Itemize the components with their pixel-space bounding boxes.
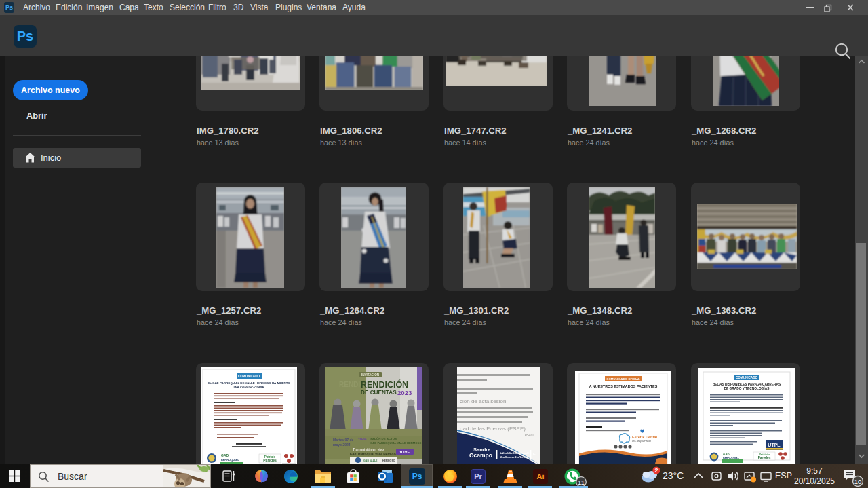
svg-text:COMUNICADO OFICIAL: COMUNICADO OFICIAL	[606, 377, 640, 381]
svg-text:Martes 07 de: Martes 07 de	[333, 438, 354, 442]
svg-text:GAD PARROQUIAL VALLE HERMOSO: GAD PARROQUIAL VALLE HERMOSO	[370, 441, 422, 445]
svg-text:UNA CONVOCATORIA.: UNA CONVOCATORIA.	[233, 386, 264, 389]
svg-text:10: 10	[854, 478, 862, 485]
svg-text:PARROQUIAL: PARROQUIAL	[723, 457, 740, 459]
svg-text:RENDICIÓN: RENDICIÓN	[361, 379, 408, 390]
svg-text:#LaConcordiaRenace: #LaConcordiaRenace	[500, 455, 529, 459]
svg-text:19h00: 19h00	[358, 438, 367, 441]
svg-text:SALÓN DE ACTOS: SALÓN DE ACTOS	[370, 437, 397, 440]
svg-text:#Sesi: #Sesi	[525, 433, 534, 437]
svg-text:#AlcaldíaCiudadanaC: #AlcaldíaCiudadanaC	[500, 451, 529, 455]
svg-text:E: E	[533, 452, 536, 456]
svg-text:EL GAD PARROQUIAL DE VALLE HER: EL GAD PARROQUIAL DE VALLE HERMOSO HA AB…	[208, 381, 290, 385]
svg-text:mayo 2024: mayo 2024	[333, 443, 351, 447]
svg-text:ción de acta sesión: ción de acta sesión	[460, 398, 507, 405]
svg-text:Gad. Parroquial Valle Hermoso: Gad. Parroquial Valle Hermoso	[350, 453, 397, 456]
svg-text:Estetik Dental: Estetik Dental	[632, 435, 657, 439]
svg-text:HERMOSO: HERMOSO	[382, 459, 395, 462]
svg-text:A NUESTROS ESTIMADOS PACIENTES: A NUESTROS ESTIMADOS PACIENTES	[589, 384, 658, 388]
svg-text:Paredes: Paredes	[263, 458, 277, 462]
svg-text:Dra. Mayra Pinzón: Dra. Mayra Pinzón	[632, 440, 651, 443]
svg-text:UTPL: UTPL	[768, 443, 781, 447]
svg-text:fLIVE: fLIVE	[400, 450, 410, 454]
svg-text:DE CUENTAS: DE CUENTAS	[361, 390, 397, 396]
svg-text:PARROQUIAL: PARROQUIAL	[221, 458, 239, 462]
svg-text:Transmisión en vivo: Transmisión en vivo	[353, 448, 384, 451]
svg-text:dad de las Fuerzas (ESPE).: dad de las Fuerzas (ESPE).	[460, 426, 527, 432]
svg-text:GAD VALLE: GAD VALLE	[363, 459, 378, 462]
svg-text:2: 2	[654, 467, 658, 474]
svg-text:GAD: GAD	[723, 453, 730, 456]
svg-text:BECAS DISPONIBLES PARA 24 CARR: BECAS DISPONIBLES PARA 24 CARRERAS	[713, 383, 781, 386]
svg-text:COMUNICADO: COMUNICADO	[238, 375, 260, 378]
svg-text:💙: 💙	[640, 429, 645, 434]
svg-text:COMUNICADO: COMUNICADO	[736, 376, 758, 379]
svg-text:Ocampo: Ocampo	[469, 452, 492, 459]
svg-text:Paredes: Paredes	[758, 456, 771, 459]
svg-text:2023: 2023	[397, 389, 412, 396]
svg-text:DE GRADO Y TECNOLOGÍAS: DE GRADO Y TECNOLOGÍAS	[724, 386, 770, 390]
svg-text:GAD: GAD	[221, 453, 229, 457]
svg-text:11: 11	[578, 478, 585, 486]
svg-text:INVITACIÓN: INVITACIÓN	[361, 372, 380, 377]
